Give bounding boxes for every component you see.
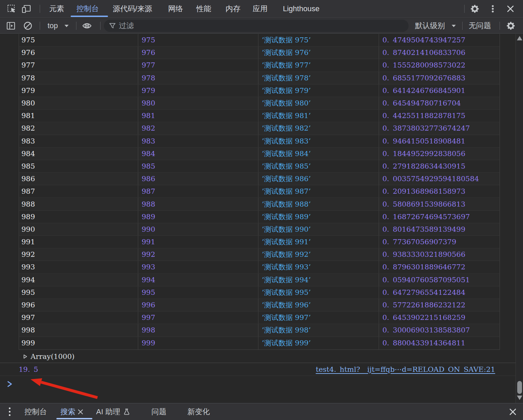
tab-elements[interactable]: 元素: [49, 0, 64, 18]
table-row: 985 985 ’测试数据 985’ 0. 2791828634430915: [19, 160, 500, 173]
cell-index: 990: [19, 223, 138, 235]
close-search-tab-icon[interactable]: [77, 409, 84, 415]
cell-random: 0. 2791828634430915: [379, 160, 500, 172]
scroll-up-icon[interactable]: [517, 36, 522, 40]
console-prompt[interactable]: [0, 377, 516, 391]
cell-index: 983: [19, 135, 138, 147]
cell-text: ’测试数据 980’: [258, 97, 379, 109]
inspect-cursor-icon[interactable]: [7, 4, 16, 14]
tab-application[interactable]: 应用: [253, 0, 268, 18]
close-devtools-icon[interactable]: [506, 4, 515, 14]
cell-text: ’测试数据 978’: [258, 72, 379, 84]
cell-text: ’测试数据 988’: [258, 198, 379, 210]
cell-index: 979: [19, 84, 138, 97]
cell-index: 980: [19, 97, 138, 109]
cell-text: ’测试数据 997’: [258, 311, 379, 324]
cell-value: 979: [138, 84, 258, 97]
console-sidebar-icon[interactable]: [6, 21, 16, 31]
live-expression-eye-icon[interactable]: [82, 21, 92, 31]
filter-funnel-icon: [109, 22, 116, 30]
table-row: 988 988 ’测试数据 988’ 0. 5808691539866813: [19, 198, 500, 210]
divider: [40, 5, 40, 13]
cell-text: ’测试数据 990’: [258, 223, 379, 235]
table-row: 992 992 ’测试数据 992’ 0. 9383330321890566: [19, 248, 500, 261]
drawer-tab-console[interactable]: 控制台: [24, 403, 47, 420]
tab-network[interactable]: 网络: [168, 0, 183, 18]
drawer-tab-ai-assistant[interactable]: AI 助理: [96, 403, 120, 420]
tab-lighthouse[interactable]: Lighthouse: [283, 0, 320, 18]
drawer-tab-issues[interactable]: 问题: [151, 403, 166, 420]
cell-index: 991: [19, 236, 138, 248]
active-drawer-tab-underline: [56, 418, 92, 419]
flask-icon: [123, 408, 130, 416]
cell-text: ’测试数据 975’: [258, 34, 379, 46]
cell-text: ’测试数据 999’: [258, 337, 379, 349]
table-row: 998 998 ’测试数据 998’ 0. 30006903138583807: [19, 324, 500, 337]
table-row: 977 977 ’测试数据 977’ 0. 1555280098573022: [19, 59, 500, 72]
cell-index: 992: [19, 248, 138, 261]
cell-value: 999: [138, 337, 258, 349]
clear-console-icon[interactable]: [23, 21, 33, 31]
scrollbar[interactable]: [516, 34, 523, 403]
cell-index: 993: [19, 261, 138, 273]
log-level-dropdown[interactable]: 默认级别: [415, 18, 445, 34]
settings-gear-icon[interactable]: [470, 4, 480, 14]
table-row: 994 994 ’测试数据 994’ 0. 05940760587095051: [19, 274, 500, 286]
cell-random: 0. 9464150518908481: [379, 135, 500, 147]
divider: [500, 22, 500, 30]
close-drawer-icon[interactable]: [508, 407, 518, 417]
cell-index: 975: [19, 34, 138, 46]
cell-text: ’测试数据 992’: [258, 248, 379, 261]
scroll-down-icon[interactable]: [517, 396, 522, 400]
data-table-body: 975 975 ’测试数据 975’ 0. 4749504743947257 9…: [19, 34, 500, 349]
tab-performance[interactable]: 性能: [196, 0, 211, 18]
cell-random: 0. 38738032773674247: [379, 122, 500, 134]
chevron-down-icon: [452, 25, 456, 27]
cell-index: 978: [19, 72, 138, 84]
cell-text: ’测试数据 982’: [258, 122, 379, 134]
cell-random: 0. 8016473589139499: [379, 223, 500, 235]
array-summary-row[interactable]: Array(1000): [0, 351, 516, 362]
cell-random: 0. 8800433914364811: [379, 337, 500, 349]
divider: [40, 22, 40, 30]
device-toolbar-icon[interactable]: [21, 4, 32, 14]
cell-index: 997: [19, 311, 138, 324]
cell-index: 986: [19, 173, 138, 185]
tab-sources[interactable]: 源代码/来源: [113, 0, 152, 18]
table-row: 978 978 ’测试数据 978’ 0. 6855177092676883: [19, 72, 500, 84]
cell-text: ’测试数据 985’: [258, 160, 379, 172]
cell-random: 0. 1844952992838056: [379, 148, 500, 160]
cell-text: ’测试数据 996’: [258, 299, 379, 311]
cell-value: 997: [138, 311, 258, 324]
drawer-menu-icon[interactable]: [9, 407, 11, 416]
cell-value: 988: [138, 198, 258, 210]
cell-index: 998: [19, 324, 138, 336]
cell-index: 982: [19, 122, 138, 134]
cell-value: 991: [138, 236, 258, 248]
context-selector[interactable]: top: [48, 18, 58, 34]
cell-value: 981: [138, 110, 258, 122]
filter-input[interactable]: [119, 21, 391, 30]
devtools-window: 元素 控制台 源代码/来源 网络 性能 内存 应用 Lighthouse: [0, 0, 523, 420]
cell-random: 0. 4749504743947257: [379, 34, 500, 46]
cell-text: ’测试数据 993’: [258, 261, 379, 273]
drawer-tab-whats-new[interactable]: 新变化: [187, 403, 210, 420]
drawer-tab-search[interactable]: 搜索: [60, 403, 75, 420]
tab-memory[interactable]: 内存: [226, 0, 240, 18]
scroll-thumb[interactable]: [517, 381, 522, 394]
more-options-icon[interactable]: [489, 4, 497, 14]
table-row: 995 995 ’测试数据 995’ 0. 6472796554122484: [19, 286, 500, 299]
cell-random: 0. 5772261886232122: [379, 299, 500, 311]
filter-box[interactable]: [104, 20, 409, 32]
issues-status[interactable]: 无问题: [469, 18, 491, 34]
cell-random: 0. 8740214106833706: [379, 46, 500, 59]
cell-value: 989: [138, 211, 258, 223]
prompt-chevron-icon: [7, 380, 13, 388]
disclosure-triangle-icon: [23, 354, 27, 359]
console-settings-gear-icon[interactable]: [506, 21, 516, 31]
source-link[interactable]: test4. html? _ijt=ffqb⋯d=RELOAD_ON_SAVE:…: [316, 365, 495, 374]
console-toolbar: top 默认级别 无问题: [0, 18, 523, 34]
tab-console[interactable]: 控制台: [76, 0, 99, 18]
cell-text: ’测试数据 977’: [258, 59, 379, 71]
divider: [462, 22, 463, 30]
